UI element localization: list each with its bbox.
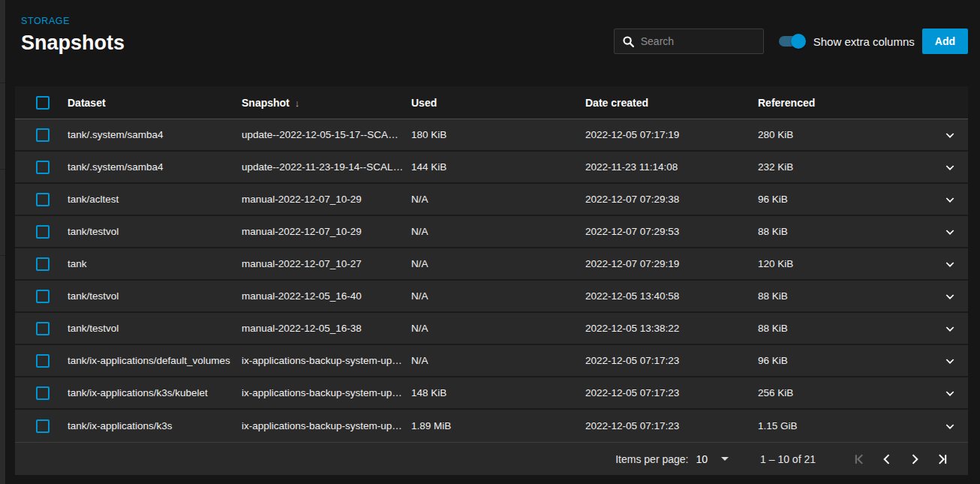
row-expand-cell	[932, 129, 968, 141]
table-body: tank/.system/samba4 update--2022-12-05-1…	[15, 119, 968, 442]
table-row[interactable]: tank/acltest manual-2022-12-07_10-29 N/A…	[15, 184, 968, 216]
next-page-button[interactable]	[906, 450, 924, 468]
chevron-down-icon[interactable]	[944, 129, 956, 141]
column-header-used[interactable]: Used	[411, 97, 585, 109]
table-row[interactable]: tank/.system/samba4 update--2022-11-23-1…	[15, 152, 968, 184]
dataset-cell: tank/ix-applications/k3s	[68, 420, 242, 431]
chevron-left-icon	[879, 452, 894, 467]
table-row[interactable]: tank/ix-applications/k3s ix-applications…	[15, 410, 968, 442]
last-page-icon	[935, 452, 950, 467]
search-input[interactable]	[641, 35, 756, 47]
row-expand-cell	[932, 355, 968, 367]
chevron-down-icon[interactable]	[944, 258, 956, 270]
show-extra-columns-toggle[interactable]	[779, 34, 806, 49]
used-cell: 148 KiB	[411, 387, 585, 398]
chevron-down-icon[interactable]	[944, 226, 956, 238]
snapshot-cell: ix-applications-backup-system-updat…	[242, 355, 411, 366]
pagination-controls	[850, 450, 951, 468]
row-checkbox[interactable]	[36, 225, 50, 239]
table-row[interactable]: tank/testvol manual-2022-12-07_10-29 N/A…	[15, 216, 968, 248]
table-row[interactable]: tank/testvol manual-2022-12-05_16-38 N/A…	[15, 313, 968, 345]
row-checkbox-cell	[15, 290, 68, 303]
items-per-page-label: Items per page:	[615, 453, 688, 465]
referenced-cell: 88 KiB	[758, 323, 932, 334]
date-created-cell: 2022-12-05 07:17:23	[585, 387, 758, 398]
snapshot-cell: manual-2022-12-05_16-40	[242, 290, 411, 302]
chevron-down-icon[interactable]	[944, 161, 956, 173]
row-checkbox-cell	[15, 386, 68, 400]
sidebar-edge-divider	[0, 169, 5, 170]
items-per-page-select[interactable]: 10	[696, 453, 729, 465]
select-all-checkbox[interactable]	[36, 96, 50, 110]
used-cell: 1.89 MiB	[411, 420, 585, 431]
snapshot-cell: update--2022-11-23-19-14--SCALE-2…	[242, 161, 411, 173]
row-checkbox[interactable]	[36, 161, 50, 174]
used-cell: N/A	[411, 258, 585, 269]
dataset-cell: tank/.system/samba4	[68, 129, 242, 140]
table-row[interactable]: tank/.system/samba4 update--2022-12-05-1…	[15, 119, 968, 152]
column-header-snapshot[interactable]: Snapshot↓	[242, 97, 411, 109]
referenced-cell: 256 KiB	[758, 387, 932, 398]
row-checkbox[interactable]	[36, 419, 50, 433]
dataset-cell: tank/testvol	[68, 226, 242, 237]
row-checkbox[interactable]	[36, 193, 50, 206]
column-header-referenced[interactable]: Referenced	[758, 97, 932, 109]
chevron-down-icon[interactable]	[944, 420, 956, 432]
row-checkbox-cell	[15, 161, 68, 174]
row-checkbox[interactable]	[36, 322, 50, 335]
previous-page-button[interactable]	[878, 450, 896, 468]
chevron-down-icon[interactable]	[944, 387, 956, 399]
first-page-button	[850, 450, 868, 468]
row-checkbox-cell	[15, 128, 68, 142]
used-cell: N/A	[411, 194, 585, 205]
date-created-cell: 2022-12-07 07:29:38	[585, 194, 758, 205]
sidebar-edge-divider	[0, 83, 5, 83]
date-created-cell: 2022-12-05 07:17:23	[585, 420, 758, 431]
snapshot-cell: manual-2022-12-07_10-27	[242, 258, 411, 269]
row-checkbox[interactable]	[36, 128, 50, 142]
pagination-bar: Items per page: 10 1 – 10 of 21	[15, 442, 968, 475]
column-header-dataset[interactable]: Dataset	[68, 97, 242, 109]
referenced-cell: 88 KiB	[758, 290, 932, 302]
date-created-cell: 2022-12-07 07:29:53	[585, 226, 758, 237]
snapshots-table: Dataset Snapshot↓ Used Date created Refe…	[15, 86, 968, 475]
row-checkbox[interactable]	[36, 386, 50, 400]
table-row[interactable]: tank manual-2022-12-07_10-27 N/A 2022-12…	[15, 248, 968, 281]
snapshot-cell: manual-2022-12-05_16-38	[242, 323, 411, 334]
table-row[interactable]: tank/testvol manual-2022-12-05_16-40 N/A…	[15, 281, 968, 313]
last-page-button[interactable]	[933, 450, 951, 468]
snapshot-cell: manual-2022-12-07_10-29	[242, 226, 411, 237]
chevron-down-icon[interactable]	[944, 290, 956, 302]
chevron-right-icon	[907, 452, 922, 467]
sidebar-edge-divider	[0, 255, 5, 256]
breadcrumb[interactable]: STORAGE	[21, 16, 125, 26]
referenced-cell: 96 KiB	[758, 194, 932, 205]
pagination-range-label: 1 – 10 of 21	[760, 453, 816, 465]
dataset-cell: tank/acltest	[68, 194, 242, 205]
table-row[interactable]: tank/ix-applications/default_volumes ix-…	[15, 345, 968, 377]
column-header-snapshot-label: Snapshot	[242, 97, 290, 109]
chevron-down-icon[interactable]	[944, 194, 956, 206]
snapshot-cell: manual-2022-12-07_10-29	[242, 194, 411, 205]
snapshot-cell: ix-applications-backup-system-updat…	[242, 387, 411, 398]
row-checkbox[interactable]	[36, 354, 50, 368]
used-cell: N/A	[411, 323, 585, 334]
show-extra-columns-label: Show extra columns	[813, 35, 915, 48]
table-header-row: Dataset Snapshot↓ Used Date created Refe…	[15, 86, 968, 119]
search-box[interactable]	[614, 29, 764, 54]
row-checkbox[interactable]	[36, 257, 50, 271]
column-header-date-created[interactable]: Date created	[585, 97, 758, 109]
dataset-cell: tank/ix-applications/default_volumes	[68, 355, 242, 366]
add-button[interactable]: Add	[922, 29, 968, 54]
chevron-down-icon[interactable]	[944, 323, 956, 335]
chevron-down-icon[interactable]	[944, 355, 956, 367]
table-row[interactable]: tank/ix-applications/k3s/kubelet ix-appl…	[15, 377, 968, 410]
snapshot-cell: update--2022-12-05-15-17--SCALE-2…	[242, 129, 411, 140]
first-page-icon	[852, 452, 867, 467]
snapshot-cell: ix-applications-backup-system-updat…	[242, 420, 411, 431]
dataset-cell: tank/testvol	[68, 290, 242, 302]
row-checkbox[interactable]	[36, 290, 50, 303]
column-header-referenced-label: Referenced	[758, 97, 815, 109]
referenced-cell: 88 KiB	[758, 226, 932, 237]
dataset-cell: tank/ix-applications/k3s/kubelet	[68, 387, 242, 398]
